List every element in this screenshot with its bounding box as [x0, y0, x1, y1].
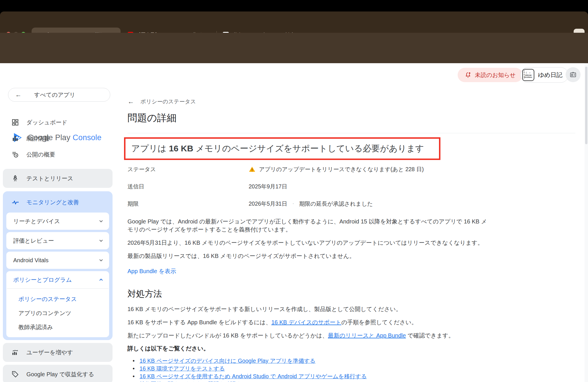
tab-strip: ポリシーのステータス - 詳細 | ゆ ✕ ▶ 【再来日】シバネムさんの曲が— … — [0, 11, 588, 33]
issue-title: アプリは 16 KB メモリのページサイズをサポートしている必要があります — [131, 144, 424, 153]
growth-icon — [11, 349, 19, 356]
main-content: ← ポリシーのステータス 問題の詳細 アプリは 16 KB メモリのページサイズ… — [127, 98, 575, 382]
sidebar-item-monitoring[interactable]: モニタリングと改善 — [6, 194, 109, 210]
breadcrumb-back-icon[interactable]: ← — [127, 98, 134, 105]
unread-notifications-label: 未読のお知らせ — [475, 71, 516, 79]
dashboard-icon — [11, 119, 19, 126]
pulse-icon — [11, 198, 19, 206]
resource-links-list: 16 KB ページサイズのデバイス向けに Google Play アプリを準備す… — [131, 357, 575, 382]
deadline-note: 期限の延長が承認されました — [299, 200, 373, 208]
sidebar-item-label: Google Play で収益化する — [26, 371, 94, 378]
publish-overview-icon — [11, 151, 19, 158]
prepare-play-apps-link[interactable]: 16 KB ページサイズのデバイス向けに Google Play アプリを準備す… — [140, 358, 316, 364]
latest-release-bundle-link[interactable]: 最新のリリースと App Bundle — [328, 332, 406, 339]
sidebar-item-publishing-overview[interactable]: 公開の概要 — [0, 146, 115, 163]
monitoring-section: モニタリングと改善 リーチとデバイス 評価とレビュー A — [3, 191, 113, 340]
deadline-label: 期限 — [127, 200, 249, 208]
view-app-bundle-link[interactable]: App Bundle を表示 — [127, 268, 176, 274]
test-16kb-env-link[interactable]: 16 KB 環境でアプリをテストする — [140, 365, 225, 372]
policy-programs-card: ポリシーとプログラム ポリシーのステータス アプリのコンテンツ 教師承認済み — [6, 271, 109, 337]
all-apps-back-button[interactable]: ← すべてのアプリ — [8, 88, 110, 102]
status-value: アプリのアップデートをリリースできなくなります(あと 228 日) — [259, 165, 424, 173]
page-title: 問題の詳細 — [127, 111, 575, 124]
remedy-paragraph: 16 KB メモリのページサイズをサポートする新しいリリースを作成し、製品版とし… — [127, 305, 488, 313]
remedy-paragraph: 新たにアップロードしたバンドルが 16 KB をサポートしているかどうかは、最新… — [127, 331, 488, 339]
account-badge-button[interactable] — [566, 67, 581, 82]
play-console-page: Google Play Console 未読のお知らせ ☾ ⁘ DREAM JO… — [0, 63, 588, 382]
sidebar-item-android-vitals[interactable]: Android Vitals — [6, 252, 109, 269]
sidebar-item-policy-programs[interactable]: ポリシーとプログラム — [6, 271, 109, 288]
body-paragraph: Google Play では、Android の最新バージョンでアプリが正しく動… — [127, 217, 488, 234]
all-apps-label: すべてのアプリ — [34, 91, 75, 99]
chevron-up-icon — [99, 277, 103, 282]
sidebar-item-label: 統計情報 — [26, 135, 49, 142]
chevron-down-icon — [99, 238, 103, 243]
sidebar-item-label: ポリシーとプログラム — [13, 276, 72, 284]
submitted-row: 送信日 2025年9月17日 — [127, 178, 575, 195]
status-label: ステータス — [127, 165, 249, 173]
deadline-row: 期限 2026年5月31日 · 期限の延長が承認されました — [127, 195, 575, 212]
body-paragraph: 2026年5月31日より、16 KB メモリのページサイズをサポートしていないア… — [127, 239, 488, 247]
id-badge-icon — [569, 71, 577, 78]
list-item: 16 KB 環境でアプリをテストする — [131, 365, 575, 373]
bar-chart-icon — [11, 135, 19, 142]
sidebar-item-label: 評価とレビュー — [13, 237, 54, 245]
issue-detail-rows: ステータス アプリのアップデートをリリースできなくなります(あと 228 日) … — [127, 161, 575, 212]
sidebar-item-label: リーチとデバイス — [13, 217, 60, 225]
sidebar-item-label: ポリシーのステータス — [18, 295, 77, 303]
back-arrow-icon: ← — [15, 91, 22, 99]
unread-notifications-button[interactable]: 未読のお知らせ — [458, 68, 523, 82]
bell-icon — [465, 72, 471, 78]
app-name-label: ゆめ日記 — [538, 71, 562, 79]
chevron-down-icon — [99, 219, 103, 223]
sidebar-item-label: Android Vitals — [13, 257, 49, 264]
16kb-device-support-link[interactable]: 16 KB デバイスのサポート — [271, 319, 341, 325]
divider — [127, 133, 575, 133]
sidebar-item-label: テストとリリース — [26, 175, 73, 182]
breadcrumb-label[interactable]: ポリシーのステータス — [140, 98, 196, 105]
sidebar-item-monetize[interactable]: Google Play で収益化する — [3, 365, 113, 382]
sidebar-item-app-content[interactable]: アプリのコンテンツ — [6, 306, 109, 320]
see-below-note: 詳しくは以下をご覧ください。 — [127, 345, 575, 352]
list-item: 16 KB ページサイズを使用するため Android Studio で And… — [131, 373, 575, 380]
browser-toolbar: ← → ⟳ play.google.com/console/u/0/develo… — [0, 33, 588, 48]
app-bundle-link-line: App Bundle を表示 — [127, 267, 575, 275]
deadline-value: 2026年5月31日 — [249, 200, 287, 208]
body-paragraph: 最新の製品版リリースでは、16 KB メモリのページサイズがサポートされていませ… — [127, 252, 488, 260]
sidebar-item-label: ユーザーを増やす — [26, 349, 73, 356]
sidebar-item-label: モニタリングと改善 — [26, 198, 79, 206]
status-row: ステータス アプリのアップデートをリリースできなくなります(あと 228 日) — [127, 161, 575, 178]
app-selector-button[interactable]: ☾ ⁘ DREAM JOURNAL ゆめ日記 — [520, 67, 568, 83]
remedy-title: 対処方法 — [127, 288, 575, 300]
dream-journal-app-icon: ☾ ⁘ DREAM JOURNAL — [522, 69, 534, 81]
sidebar-item-policy-status[interactable]: ポリシーのステータス — [6, 292, 109, 306]
sidebar-item-dashboard[interactable]: ダッシュボード — [0, 114, 115, 130]
screen: ポリシーのステータス - 詳細 | ゆ ✕ ▶ 【再来日】シバネムさんの曲が— … — [0, 0, 588, 382]
tag-icon — [11, 371, 19, 378]
sidebar-item-statistics[interactable]: 統計情報 — [0, 130, 115, 146]
submitted-label: 送信日 — [127, 183, 249, 190]
page-scrollbar[interactable] — [585, 63, 588, 382]
scrollbar-thumb[interactable] — [585, 67, 587, 144]
sidebar-item-grow-users[interactable]: ユーザーを増やす — [3, 343, 113, 362]
chevron-down-icon — [99, 258, 103, 263]
sidebar: ← すべてのアプリ ダッシュボード 統計情報 公開の概要 — [0, 86, 115, 382]
migrate-android-studio-link[interactable]: 16 KB ページサイズを使用するため Android Studio で And… — [140, 373, 367, 379]
bookmarks-bar: G◎文aa▶▶SBI≋TedϟAPI◆ıl//TTΛ◉RC▢CVEW▶>ii♪♪… — [0, 48, 588, 63]
dot-separator: · — [292, 201, 294, 207]
list-item: 16 KB ページサイズのデバイス向けに Google Play アプリを準備す… — [131, 357, 575, 365]
sidebar-item-ratings-reviews[interactable]: 評価とレビュー — [6, 232, 109, 249]
sidebar-item-label: アプリのコンテンツ — [18, 309, 71, 317]
breadcrumb: ← ポリシーのステータス — [127, 98, 575, 105]
sidebar-item-teacher-approved[interactable]: 教師承認済み — [6, 320, 109, 334]
sidebar-item-reach-devices[interactable]: リーチとデバイス — [6, 213, 109, 230]
warning-icon — [249, 166, 256, 173]
remedy-paragraph: 16 KB をサポートする App Bundle をビルドするには、16 KB … — [127, 318, 488, 326]
sidebar-item-label: 公開の概要 — [26, 151, 55, 159]
sidebar-item-label: 教師承認済み — [18, 323, 53, 331]
technical-faq-link[interactable]: 技術要件に関するよくある質問を確認する — [140, 381, 247, 382]
submitted-value: 2025年9月17日 — [249, 183, 287, 190]
list-item: 技術要件に関するよくある質問を確認する — [131, 380, 575, 382]
sidebar-item-test-release[interactable]: テストとリリース — [3, 169, 113, 188]
sidebar-item-label: ダッシュボード — [26, 119, 67, 126]
